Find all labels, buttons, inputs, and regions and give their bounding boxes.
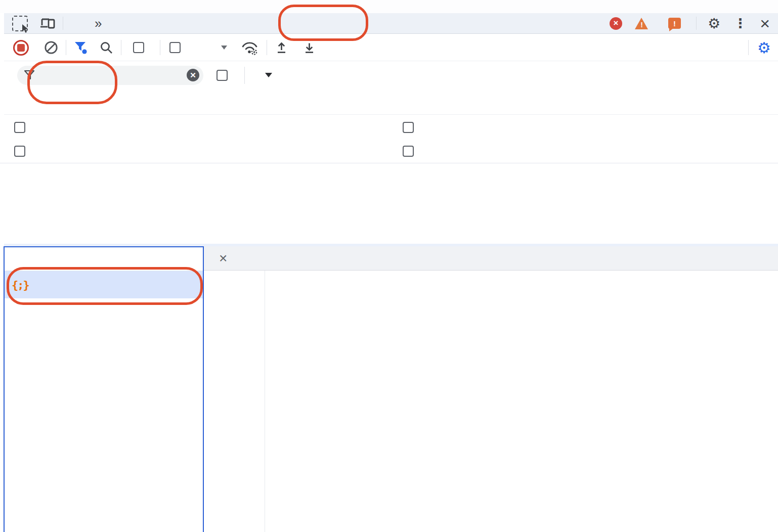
network-settings-gear-icon[interactable]: ⚙: [757, 39, 771, 57]
request-list-panel: {;}: [4, 246, 204, 532]
divider: [160, 40, 160, 55]
har-export-icon[interactable]: [302, 40, 316, 55]
big-request-rows-checkbox[interactable]: [14, 122, 25, 133]
gutter-divider: [265, 271, 265, 532]
overview-checkbox[interactable]: [14, 146, 25, 157]
group-by-frame-checkbox[interactable]: [403, 122, 414, 133]
divider: [244, 67, 245, 84]
console-errors-button[interactable]: ×: [610, 17, 626, 30]
detail-tab-bar: ×: [204, 246, 778, 271]
request-row[interactable]: {;}: [5, 271, 203, 298]
preserve-log-checkbox[interactable]: [133, 42, 144, 53]
device-toolbar-icon[interactable]: [40, 17, 56, 30]
divider: [66, 40, 66, 55]
divider: [121, 40, 121, 55]
clear-network-log-button[interactable]: [44, 40, 58, 55]
page-top-strip: [0, 0, 778, 13]
issue-icon: !: [668, 18, 681, 29]
close-devtools-icon[interactable]: ×: [760, 15, 770, 32]
network-toolbar: ⚙: [4, 34, 778, 61]
issues-button[interactable]: !: [668, 18, 685, 29]
timeline-overview[interactable]: [0, 163, 778, 244]
filter-input[interactable]: ✕: [17, 66, 203, 85]
search-icon[interactable]: [100, 41, 113, 55]
throttling-caret-icon[interactable]: [221, 46, 227, 50]
invert-checkbox[interactable]: [217, 70, 228, 81]
divider: [63, 17, 63, 30]
clear-filter-icon[interactable]: ✕: [187, 69, 199, 81]
settings-gear-icon[interactable]: ⚙: [708, 15, 720, 32]
error-icon: ×: [610, 17, 622, 30]
har-import-icon[interactable]: [275, 40, 288, 55]
more-options-icon[interactable]: ⋮: [733, 16, 747, 31]
json-braces-icon: {;}: [12, 279, 29, 291]
network-options: [4, 115, 778, 163]
warning-icon: !: [635, 17, 649, 29]
filter-funnel-icon[interactable]: [74, 41, 88, 54]
request-detail-panel: ×: [204, 246, 778, 532]
disable-cache-checkbox[interactable]: [169, 42, 181, 53]
resource-type-chip-row: [4, 89, 778, 115]
divider: [267, 40, 267, 55]
console-warnings-button[interactable]: !: [635, 17, 653, 29]
screenshots-checkbox[interactable]: [403, 146, 414, 157]
issue-badges: × ! !: [610, 17, 685, 30]
record-network-log-button[interactable]: [13, 40, 29, 56]
cursor-arrow-icon: [22, 24, 30, 33]
more-tabs-icon[interactable]: »: [95, 16, 101, 31]
response-viewer[interactable]: [204, 271, 778, 532]
divider: [748, 40, 749, 55]
devtools-window: » × ! ! ⚙ ⋮ ×: [0, 0, 778, 532]
divider: [696, 17, 697, 30]
network-filter-row: ✕: [4, 61, 778, 89]
devtools-tab-bar: » × ! ! ⚙ ⋮ ×: [4, 13, 778, 34]
close-detail-icon[interactable]: ×: [219, 251, 227, 265]
inspect-element-icon[interactable]: [12, 16, 28, 31]
more-filters-caret-icon[interactable]: [265, 73, 272, 77]
name-column-header[interactable]: [5, 247, 203, 271]
filter-funnel-outline-icon: [24, 70, 35, 81]
network-conditions-icon[interactable]: [240, 40, 259, 55]
